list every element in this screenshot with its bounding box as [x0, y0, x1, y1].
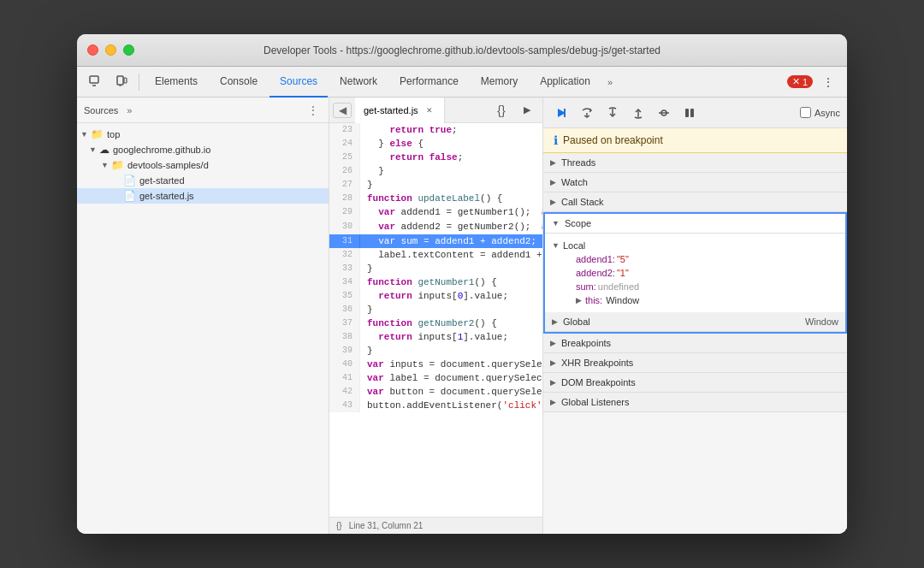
scope-section-header[interactable]: ▼ Scope — [545, 214, 845, 234]
tab-application[interactable]: Application — [530, 67, 601, 98]
tree-item-get-started-js[interactable]: 📄 get-started.js — [77, 188, 329, 204]
code-tab-label: get-started.js — [364, 105, 418, 115]
global-listeners-arrow-icon: ▶ — [550, 398, 556, 406]
dom-breakpoints-label: DOM Breakpoints — [561, 377, 636, 388]
traffic-lights[interactable] — [87, 44, 134, 56]
resume-button[interactable] — [550, 102, 572, 124]
inspect-icon[interactable] — [84, 70, 108, 94]
code-editor[interactable]: 23 return true; 24 } else { 25 return fa… — [329, 123, 542, 517]
minimize-button[interactable] — [105, 44, 116, 56]
global-listeners-section-header[interactable]: ▶ Global Listeners — [543, 393, 847, 412]
navigate-icon[interactable]: ▶ — [515, 98, 539, 122]
titlebar: Developer Tools - https://googlechrome.g… — [77, 34, 847, 67]
local-arrow-icon: ▼ — [552, 241, 560, 250]
pause-on-exceptions-button[interactable] — [678, 102, 701, 124]
device-icon[interactable] — [110, 70, 133, 94]
deactivate-breakpoints-button[interactable] — [653, 102, 675, 124]
breakpoints-section-header[interactable]: ▶ Breakpoints — [543, 334, 847, 353]
xhr-arrow-icon: ▶ — [550, 358, 556, 367]
js-file-icon: 📄 — [123, 190, 136, 202]
toolbar-end: ✕ 1 ⋮ — [787, 70, 840, 94]
step-out-button[interactable] — [627, 102, 649, 124]
addend2-key: addend2: — [576, 268, 615, 278]
code-line-42: 42 var button = document.querySelecto — [329, 385, 542, 399]
code-line-33: 33 } — [329, 262, 542, 275]
dom-breakpoints-section-header[interactable]: ▶ DOM Breakpoints — [543, 373, 847, 393]
sidebar-toggle-icon[interactable]: ◀ — [333, 103, 352, 118]
code-line-40: 40 var inputs = document.querySelecto — [329, 358, 542, 371]
paused-text: Paused on breakpoint — [563, 134, 663, 146]
code-line-24: 24 } else { — [329, 137, 542, 151]
this-val: Window — [606, 295, 639, 305]
xhr-breakpoints-label: XHR Breakpoints — [561, 358, 633, 368]
watch-section-header[interactable]: ▶ Watch — [543, 173, 847, 192]
threads-section-header[interactable]: ▶ Threads — [543, 153, 847, 173]
tree-item-get-started-folder[interactable]: 📄 get-started — [77, 173, 329, 188]
call-stack-section-header[interactable]: ▶ Call Stack — [543, 192, 847, 212]
code-line-31: 31 var sum = addend1 + addend2; — [329, 234, 542, 248]
code-toolbar-icons: {} ▶ — [489, 98, 539, 122]
tab-elements[interactable]: Elements — [145, 67, 208, 98]
global-row[interactable]: ▶ Global Window — [545, 312, 845, 332]
code-line-43: 43 button.addEventListener('click', o — [329, 399, 542, 412]
fullscreen-button[interactable] — [123, 44, 134, 56]
close-button[interactable] — [87, 44, 98, 56]
step-over-button[interactable] — [576, 102, 598, 124]
async-checkbox[interactable] — [800, 107, 811, 118]
format-icon[interactable]: {} — [489, 98, 513, 122]
call-stack-label: Call Stack — [561, 197, 604, 207]
panel-overflow-icon[interactable]: ⋮ — [305, 102, 322, 119]
sum-val: undefined — [598, 281, 639, 292]
tab-console[interactable]: Console — [210, 67, 268, 98]
code-tab-gsjs[interactable]: get-started.js ✕ — [355, 98, 445, 123]
tab-memory[interactable]: Memory — [471, 67, 528, 98]
error-badge[interactable]: ✕ 1 — [787, 75, 813, 88]
error-x-icon: ✕ — [792, 76, 800, 87]
file-icon-gs: 📄 — [123, 175, 136, 186]
code-line-26: 26 } — [329, 164, 542, 178]
local-group: ▼ Local addend1: "5" addend2: "1" — [545, 237, 845, 309]
tab-performance[interactable]: Performance — [389, 67, 469, 98]
panel-toolbar-right: ⋮ — [305, 102, 322, 119]
tree-item-top[interactable]: ▼ 📁 top — [77, 127, 329, 142]
local-group-header[interactable]: ▼ Local — [552, 239, 838, 252]
more-tabs-button[interactable]: » — [602, 77, 618, 87]
code-line-38: 38 return inputs[1].value; — [329, 330, 542, 344]
left-panel: Sources » ⋮ ▼ 📁 top ▼ — [77, 98, 329, 534]
async-checkbox-group: Async — [800, 107, 840, 118]
code-panel: ◀ get-started.js ✕ {} ▶ 23 return true; — [329, 98, 543, 534]
code-line-29: 29 var addend1 = getNumber1(); add — [329, 205, 542, 220]
watch-arrow-icon: ▶ — [550, 178, 556, 186]
sum-key: sum: — [576, 281, 596, 292]
scope-item-sum: sum: undefined — [552, 280, 838, 293]
debug-toolbar: Async — [543, 98, 847, 128]
tab-network[interactable]: Network — [329, 67, 388, 98]
scope-arrow-icon: ▼ — [552, 219, 560, 228]
code-line-28: 28 function updateLabel() { — [329, 192, 542, 205]
tree-item-host[interactable]: ▼ ☁ googlechrome.github.io — [77, 142, 329, 157]
sources-panel-toolbar: Sources » ⋮ — [77, 98, 329, 123]
code-tab-close[interactable]: ✕ — [424, 104, 435, 116]
svg-rect-11 — [690, 109, 694, 117]
call-stack-arrow-icon: ▶ — [550, 198, 556, 206]
step-into-button[interactable] — [601, 102, 624, 124]
svg-rect-10 — [685, 109, 689, 117]
right-panel: Async ℹ Paused on breakpoint ▶ Threads ▶… — [543, 98, 847, 534]
code-line-41: 41 var label = document.querySelector — [329, 371, 542, 385]
devtools-body: Elements Console Sources Network Perform… — [77, 67, 847, 534]
code-tabs: ◀ get-started.js ✕ {} ▶ — [329, 98, 542, 123]
code-line-30: 30 var addend2 = getNumber2(); ad — [329, 220, 542, 234]
sources-more-button[interactable]: » — [121, 105, 137, 115]
code-line-35: 35 return inputs[0].value; — [329, 289, 542, 303]
tree-item-folder[interactable]: ▼ 📁 devtools-samples/d — [77, 157, 329, 173]
svg-rect-2 — [124, 78, 127, 83]
tab-sources[interactable]: Sources — [270, 67, 328, 98]
addend1-key: addend1: — [576, 254, 615, 264]
scope-item-this: ▶ this: Window — [552, 293, 838, 307]
addend1-val: "5" — [617, 254, 629, 264]
top-toolbar: Elements Console Sources Network Perform… — [77, 67, 847, 98]
code-line-27: 27 } — [329, 178, 542, 192]
code-line-39: 39 } — [329, 344, 542, 358]
more-options-icon[interactable]: ⋮ — [816, 70, 840, 94]
xhr-breakpoints-section-header[interactable]: ▶ XHR Breakpoints — [543, 353, 847, 373]
